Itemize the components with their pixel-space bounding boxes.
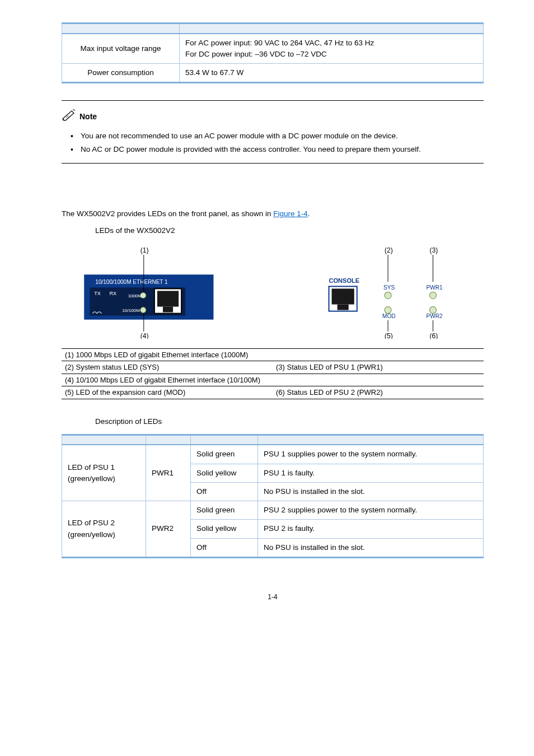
svg-text:(5): (5)	[385, 332, 393, 339]
spec-row2-label: Power consumption	[62, 64, 180, 83]
note-icon	[62, 109, 76, 124]
note-separator-bottom	[62, 163, 484, 164]
led-group1-mark: PWR1	[146, 445, 191, 501]
note-bullet-1: You are not recommended to use an AC pow…	[71, 130, 484, 142]
svg-text:PWR2: PWR2	[426, 312, 442, 319]
svg-rect-5	[157, 291, 179, 306]
svg-text:TX: TX	[94, 291, 101, 296]
svg-text:(2): (2)	[385, 246, 393, 254]
spec-row1-label: Max input voltage range	[62, 34, 180, 64]
svg-text:(3): (3)	[429, 246, 438, 254]
callout-table: (1) 1000 Mbps LED of gigabit Ethernet in…	[62, 348, 484, 399]
svg-point-9	[140, 307, 146, 312]
svg-point-19	[429, 292, 436, 298]
page-number: 1-4	[62, 592, 484, 602]
led-diagram: 10/100/1000M ETHERNET 1 TX RX 1000M 10/1…	[62, 244, 484, 339]
led-table: LED of PSU 1(green/yellow) PWR1 Solid gr…	[62, 434, 484, 558]
svg-rect-13	[332, 288, 354, 304]
svg-text:(4): (4)	[140, 332, 149, 339]
led-group1-name: LED of PSU 1(green/yellow)	[62, 445, 146, 501]
svg-text:MOD: MOD	[382, 312, 395, 319]
spec-row1-value: For AC power input: 90 VAC to 264 VAC, 4…	[180, 34, 484, 64]
note-label: Note	[79, 111, 97, 123]
svg-rect-6	[163, 306, 173, 312]
note-separator-top	[62, 100, 484, 101]
svg-text:PWR1: PWR1	[426, 284, 442, 291]
led-table-caption: Description of LEDs	[95, 416, 484, 427]
svg-rect-14	[338, 304, 349, 310]
spec-table: Max input voltage range For AC power inp…	[62, 22, 484, 83]
spec-row2-value: 53.4 W to 67.7 W	[180, 64, 484, 83]
diagram-port-label: 10/100/1000M ETHERNET 1	[95, 279, 168, 285]
figure-caption: LEDs of the WX5002V2	[95, 225, 484, 236]
note-bullet-2: No AC or DC power module is provided wit…	[71, 144, 484, 155]
svg-point-15	[385, 292, 391, 298]
svg-text:1000M: 1000M	[128, 293, 142, 298]
svg-text:RX: RX	[109, 291, 116, 296]
svg-text:SYS: SYS	[383, 284, 395, 291]
led-group2-name: LED of PSU 2(green/yellow)	[62, 501, 146, 558]
svg-text:(6): (6)	[429, 332, 438, 339]
note-bullets: You are not recommended to use an AC pow…	[62, 130, 484, 156]
leds-intro: The WX5002V2 provides LEDs on the front …	[62, 208, 484, 220]
svg-text:(1): (1)	[140, 246, 149, 254]
led-group2-mark: PWR2	[146, 501, 191, 558]
figure-link[interactable]: Figure 1-4	[273, 209, 308, 218]
svg-text:CONSOLE: CONSOLE	[329, 277, 360, 284]
svg-text:10/100M: 10/100M	[123, 307, 140, 312]
note-header: Note	[62, 109, 484, 124]
